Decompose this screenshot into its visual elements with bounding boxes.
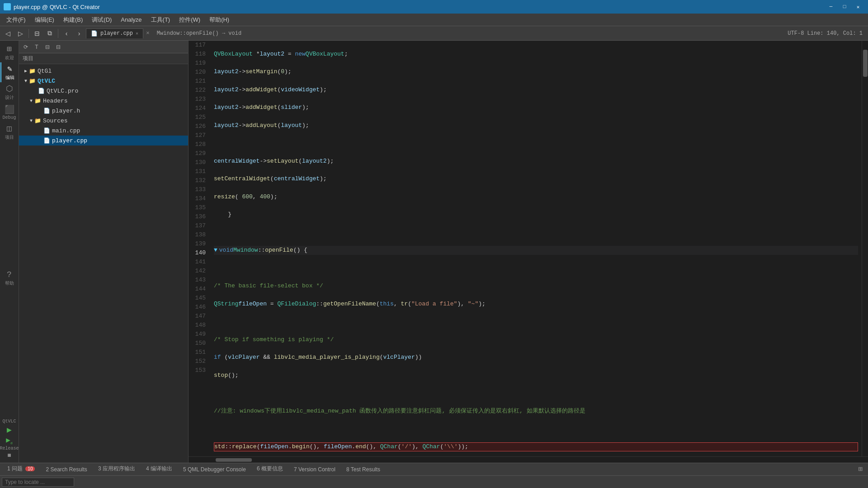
menu-controls[interactable]: 控件(W) (175, 14, 205, 26)
vertical-scrollbar[interactable] (862, 41, 868, 456)
back-button[interactable]: ◁ (2, 28, 14, 39)
ln-140: 140 (191, 249, 209, 258)
menu-analyze[interactable]: Analyze (116, 14, 146, 25)
minimize-button[interactable]: ─ (825, 2, 837, 11)
forward-button[interactable]: ▷ (14, 28, 26, 39)
tab-app-output[interactable]: 3 应用程序输出 (93, 463, 141, 475)
panel-sync-btn[interactable]: ⟳ (21, 42, 31, 52)
tree-item-playercpp[interactable]: 📄 player.cpp (19, 136, 188, 145)
design-label: 设计 (5, 94, 14, 101)
tree-item-maincpp[interactable]: 📄 main.cpp (19, 126, 188, 136)
tab-app-output-label: 3 应用程序输出 (98, 465, 135, 472)
code-line-128: ▼ void Mwindow::openFile() { (214, 246, 858, 255)
sidebar-icon-help[interactable]: ? 帮助 (0, 268, 19, 288)
project-label: 项目 (5, 134, 14, 141)
window-title: player.cpp @ QtVLC - Qt Creator (14, 4, 100, 10)
tab-problems[interactable]: 1 问题 10 (2, 463, 40, 475)
folder-icon: 📁 (29, 68, 36, 75)
panel-filter-btn[interactable]: T (32, 42, 42, 52)
next-nav[interactable]: › (73, 28, 85, 39)
menu-edit[interactable]: 编辑(E) (30, 14, 59, 26)
ln-117: 117 (191, 41, 209, 50)
tab-summary[interactable]: 6 概要信息 (251, 463, 288, 475)
panel-bookmark-btn[interactable]: ⊟ (42, 42, 52, 52)
tree-label-qtgl: QtGl (38, 68, 52, 75)
ln-144: 144 (191, 285, 209, 294)
menu-help[interactable]: 帮助(H) (205, 14, 234, 26)
horizontal-scrollbar[interactable] (189, 456, 868, 463)
tree-item-headers[interactable]: ▼ 📁 Headers (19, 96, 188, 106)
problems-badge: 10 (25, 466, 35, 471)
tab-qml-debugger[interactable]: 5 QML Debugger Console (178, 465, 251, 475)
ln-148: 148 (191, 321, 209, 330)
menu-tools[interactable]: 工具(T) (146, 14, 175, 26)
tree-item-pro[interactable]: 📄 QtVLC.pro (19, 86, 188, 96)
ln-123: 123 (191, 95, 209, 104)
help-label: 帮助 (5, 280, 14, 286)
sidebar-icon-design[interactable]: ⬡ 设计 (0, 82, 19, 102)
sidebar-icon-project[interactable]: ◫ 项目 (0, 122, 19, 142)
folder-icon: 📁 (29, 78, 36, 84)
file-tab[interactable]: 📄 player.cpp ✕ (86, 28, 143, 38)
code-line-117: QVBoxLayout *layout2 = new QVBoxLayout; (214, 50, 858, 59)
release-label: Release (0, 446, 19, 451)
ln-118: 118 (191, 50, 209, 59)
code-line-130: /* The basic file-select box */ (214, 282, 858, 291)
code-line-136 (214, 389, 858, 398)
tree-item-qtvlc[interactable]: ▼ 📁 QtVLC (19, 76, 188, 86)
close-button[interactable]: ✕ (852, 2, 864, 11)
code-line-122 (214, 139, 858, 148)
tab-close-icon[interactable]: ✕ (136, 31, 138, 36)
ln-135: 135 (191, 203, 209, 212)
release-section: QtVLC ▶ ▶d Release ■ (0, 415, 19, 463)
panel-expand-button[interactable]: ⊞ (854, 463, 866, 475)
tab-test-results[interactable]: 8 Test Results (341, 465, 386, 475)
ln-132: 132 (191, 176, 209, 185)
diff-button[interactable]: ⧉ (44, 28, 56, 39)
locate-input[interactable] (2, 478, 74, 487)
menu-build[interactable]: 构建(B) (59, 14, 87, 26)
welcome-label: 欢迎 (5, 55, 14, 61)
stop-button[interactable]: ■ (7, 452, 11, 459)
tab-version-control[interactable]: 7 Version Control (288, 465, 341, 475)
ln-136: 136 (191, 212, 209, 221)
tree-item-sources[interactable]: ▼ 📁 Sources (19, 116, 188, 126)
scroll-thumb[interactable] (863, 50, 868, 77)
sidebar-icon-edit[interactable]: ✎ 编辑 (0, 62, 19, 82)
tree-item-qtgl[interactable]: ▶ 📁 QtGl (19, 66, 188, 76)
maximize-button[interactable]: □ (838, 2, 851, 11)
file-icon: 📄 (38, 88, 45, 94)
encoding-info: UTF-8 Line: 140, Col: 1 (788, 30, 866, 37)
folder-icon: 📁 (34, 98, 41, 104)
tab-separator: × (144, 30, 151, 37)
code-line-121: layout2->addLayout(layout); (214, 121, 858, 130)
tab-search-results[interactable]: 2 Search Results (40, 465, 92, 475)
ln-138: 138 (191, 230, 209, 239)
menu-file[interactable]: 文件(F) (2, 14, 30, 26)
editor-area: 117 118 119 120 121 122 123 124 125 126 … (189, 41, 868, 463)
help-icon: ? (7, 270, 12, 279)
code-line-133: /* Stop if something is playing */ (214, 335, 858, 344)
bookmark-button[interactable]: ⊟ (31, 28, 43, 39)
ln-141: 141 (191, 258, 209, 267)
panel-collapse-btn[interactable]: ⊟ (53, 42, 63, 52)
code-line-120: layout2->addWidget(slider); (214, 103, 858, 112)
run-with-debug-button[interactable]: ▶d (6, 436, 12, 445)
tab-problems-label: 1 问题 (7, 465, 23, 472)
tree-label-sources: Sources (43, 117, 68, 124)
run-button[interactable]: ▶ (7, 425, 12, 435)
code-content[interactable]: QVBoxLayout *layout2 = new QVBoxLayout; … (210, 41, 862, 456)
window-controls[interactable]: ─ □ ✕ (825, 2, 864, 11)
file-tab-name: player.cpp (100, 30, 133, 37)
sidebar-icon-welcome[interactable]: ⊞ 欢迎 (0, 42, 19, 62)
menu-debug[interactable]: 调试(D) (87, 14, 116, 26)
ln-124: 124 (191, 104, 209, 113)
prev-nav[interactable]: ‹ (61, 28, 72, 39)
editor-scroll[interactable]: 117 118 119 120 121 122 123 124 125 126 … (189, 41, 868, 456)
sidebar-icon-debug[interactable]: ⬛ Debug (0, 102, 19, 122)
tab-compile-output[interactable]: 4 编译输出 (141, 463, 178, 475)
h-scroll-thumb[interactable] (216, 458, 252, 462)
tree-item-playerh[interactable]: 📄 player.h (19, 106, 188, 116)
edit-icon: ✎ (7, 64, 12, 74)
tree-label-playercpp: player.cpp (52, 137, 87, 144)
